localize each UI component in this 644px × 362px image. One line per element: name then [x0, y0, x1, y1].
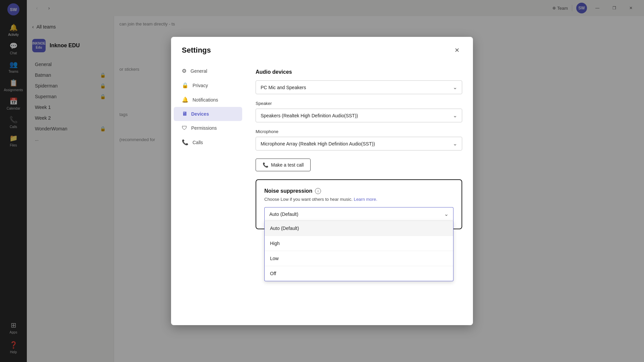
general-settings-icon: ⚙	[182, 68, 186, 74]
test-call-icon: 📞	[263, 162, 268, 168]
settings-nav-notifications[interactable]: 🔔 Notifications	[174, 93, 242, 107]
microphone-value: Microphone Array (Realtek High Definitio…	[261, 141, 375, 146]
noise-option-auto[interactable]: Auto (Default)	[265, 221, 453, 236]
settings-nav-calls[interactable]: 📞 Calls	[174, 135, 242, 149]
devices-icon: 🖥	[182, 111, 187, 117]
microphone-dropdown[interactable]: Microphone Array (Realtek High Definitio…	[256, 137, 462, 150]
settings-nav: ⚙ General 🔒 Privacy 🔔 Notifications 🖥 De…	[171, 61, 245, 325]
settings-nav-permissions[interactable]: 🛡 Permissions	[174, 121, 242, 135]
noise-selected-value: Auto (Default)	[269, 212, 298, 217]
test-call-label: Make a test call	[271, 162, 304, 168]
modal-header: Settings ✕	[171, 37, 473, 61]
audio-device-dropdown[interactable]: PC Mic and Speakers ⌄	[256, 80, 462, 94]
microphone-group: Microphone Microphone Array (Realtek Hig…	[256, 129, 462, 150]
modal-title: Settings	[182, 46, 211, 55]
speaker-group: Speaker Speakers (Realtek High Definitio…	[256, 101, 462, 122]
audio-device-chevron-icon: ⌄	[453, 84, 457, 90]
settings-modal: Settings ✕ ⚙ General 🔒 Privacy 🔔 Notific…	[171, 37, 473, 325]
audio-device-group: PC Mic and Speakers ⌄	[256, 80, 462, 94]
test-call-button[interactable]: 📞 Make a test call	[256, 159, 311, 171]
modal-close-button[interactable]: ✕	[451, 45, 462, 56]
speaker-dropdown[interactable]: Speakers (Realtek High Definition Audio(…	[256, 109, 462, 122]
speaker-chevron-icon: ⌄	[453, 112, 457, 119]
noise-title-row: Noise suppression i	[264, 188, 453, 194]
microphone-label: Microphone	[256, 129, 462, 134]
noise-option-off[interactable]: Off	[265, 266, 453, 281]
microphone-chevron-icon: ⌄	[453, 140, 457, 147]
noise-description: Choose Low if you want others to hear mu…	[264, 197, 453, 202]
learn-more-link[interactable]: Learn more.	[354, 197, 377, 202]
speaker-value: Speakers (Realtek High Definition Audio(…	[261, 113, 358, 118]
settings-content: Audio devices PC Mic and Speakers ⌄ Spea…	[245, 61, 473, 325]
permissions-icon: 🛡	[182, 125, 187, 131]
noise-suppression-selected[interactable]: Auto (Default) ⌄	[264, 207, 453, 221]
noise-info-icon[interactable]: i	[315, 188, 321, 194]
settings-nav-general[interactable]: ⚙ General	[174, 64, 242, 78]
noise-option-low[interactable]: Low	[265, 251, 453, 266]
notifications-icon: 🔔	[182, 97, 189, 103]
speaker-label: Speaker	[256, 101, 462, 106]
noise-suppression-section: Noise suppression i Choose Low if you wa…	[256, 179, 462, 229]
noise-suppression-menu: Auto (Default) High Low Off	[264, 221, 453, 281]
audio-devices-title: Audio devices	[256, 69, 462, 75]
audio-device-value: PC Mic and Speakers	[261, 85, 306, 90]
settings-nav-devices[interactable]: 🖥 Devices	[174, 107, 242, 121]
noise-suppression-dropdown: Auto (Default) ⌄ Auto (Default) High Low…	[264, 207, 453, 221]
privacy-icon: 🔒	[182, 82, 189, 88]
noise-chevron-icon: ⌄	[444, 211, 448, 217]
modal-body: ⚙ General 🔒 Privacy 🔔 Notifications 🖥 De…	[171, 61, 473, 325]
noise-option-high[interactable]: High	[265, 236, 453, 251]
settings-nav-privacy[interactable]: 🔒 Privacy	[174, 78, 242, 93]
calls-settings-icon: 📞	[182, 139, 189, 145]
noise-suppression-title: Noise suppression	[264, 188, 312, 194]
